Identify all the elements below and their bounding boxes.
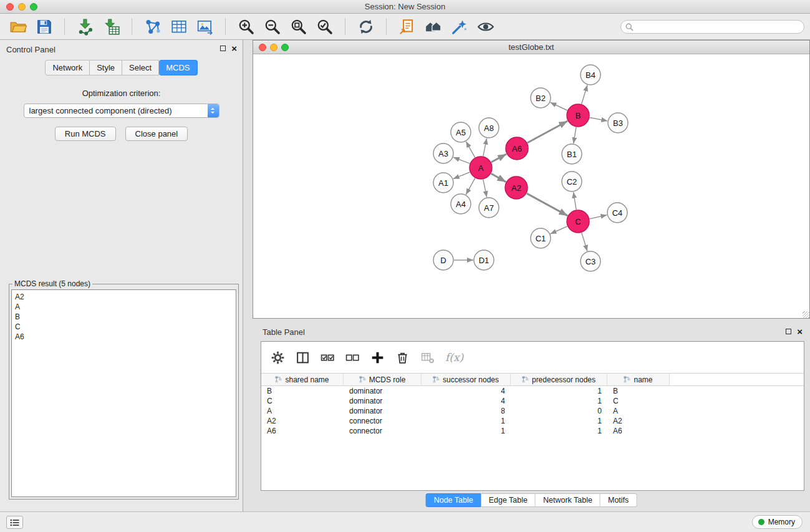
tab-network-table[interactable]: Network Table bbox=[536, 493, 600, 507]
attribute-icon bbox=[522, 376, 529, 383]
zoom-network-window-button[interactable] bbox=[281, 44, 289, 51]
search-input[interactable] bbox=[636, 22, 799, 31]
tab-style[interactable]: Style bbox=[90, 60, 122, 75]
tab-mcds[interactable]: MCDS bbox=[159, 60, 197, 75]
mcds-result-item[interactable]: A2 bbox=[15, 292, 236, 302]
refresh-icon[interactable] bbox=[355, 17, 376, 37]
graph-node-A4[interactable]: A4 bbox=[451, 194, 471, 214]
add-icon[interactable] bbox=[370, 351, 385, 365]
table-cell: connector bbox=[344, 426, 422, 436]
graph-node-C2[interactable]: C2 bbox=[562, 172, 582, 191]
table-row[interactable]: A2connector11A2 bbox=[261, 416, 804, 426]
network-window-title: testGlobe.txt bbox=[509, 42, 554, 52]
graph-node-A8[interactable]: A8 bbox=[479, 118, 499, 138]
criterion-dropdown[interactable]: largest connected component (directed) bbox=[24, 104, 219, 118]
style-wand-icon[interactable] bbox=[449, 17, 470, 37]
new-network-icon[interactable] bbox=[142, 17, 163, 37]
graph-node-A6[interactable]: A6 bbox=[506, 137, 528, 160]
minimize-network-window-button[interactable] bbox=[270, 44, 277, 51]
fullscreen-window-button[interactable] bbox=[30, 3, 37, 11]
graph-node-C3[interactable]: C3 bbox=[581, 251, 600, 271]
close-network-window-button[interactable] bbox=[259, 44, 266, 51]
mcds-result-item[interactable]: A bbox=[15, 302, 236, 312]
close-window-button[interactable] bbox=[6, 3, 14, 11]
table-row[interactable]: Bdominator41B bbox=[261, 386, 804, 396]
optimization-criterion-label: Optimization criterion: bbox=[0, 89, 243, 98]
table-cell: dominator bbox=[344, 396, 422, 406]
tab-select[interactable]: Select bbox=[122, 60, 159, 75]
zoom-out-icon[interactable] bbox=[262, 17, 282, 37]
tab-edge-table[interactable]: Edge Table bbox=[481, 493, 536, 507]
column-header-MCDS-role[interactable]: MCDS role bbox=[344, 374, 422, 385]
graph-node-A3[interactable]: A3 bbox=[433, 143, 453, 163]
nested-home-icon[interactable] bbox=[423, 17, 443, 37]
tab-network[interactable]: Network bbox=[45, 60, 90, 75]
float-panel-icon[interactable] bbox=[220, 46, 226, 51]
table-row[interactable]: Cdominator41C bbox=[261, 396, 804, 406]
column-browser-icon[interactable] bbox=[296, 351, 310, 365]
graph-node-B4[interactable]: B4 bbox=[581, 65, 600, 85]
graph-node-A5[interactable]: A5 bbox=[451, 122, 471, 142]
deselect-all-icon[interactable] bbox=[345, 351, 360, 365]
save-icon[interactable] bbox=[34, 17, 54, 37]
graph-node-A[interactable]: A bbox=[470, 157, 492, 179]
attribute-icon bbox=[624, 376, 630, 383]
zoom-in-icon[interactable] bbox=[236, 17, 256, 37]
import-table-icon[interactable] bbox=[101, 17, 122, 37]
zoom-fit-icon[interactable] bbox=[288, 17, 309, 37]
graph-node-C1[interactable]: C1 bbox=[531, 228, 551, 248]
graph-node-C4[interactable]: C4 bbox=[607, 203, 627, 223]
function-builder-icon[interactable]: f(x) bbox=[445, 351, 463, 364]
close-panel-button[interactable]: Close panel bbox=[125, 127, 188, 141]
select-all-icon[interactable] bbox=[321, 351, 335, 365]
import-network-icon[interactable] bbox=[75, 17, 95, 37]
graph-node-B2[interactable]: B2 bbox=[531, 88, 551, 108]
graph-node-D[interactable]: D bbox=[433, 250, 453, 270]
svg-text:B1: B1 bbox=[567, 150, 577, 159]
table-cell: 1 bbox=[511, 396, 607, 406]
minimize-window-button[interactable] bbox=[18, 3, 26, 11]
svg-text:B4: B4 bbox=[586, 70, 595, 80]
tab-node-table[interactable]: Node Table bbox=[426, 493, 481, 507]
graph-node-B1[interactable]: B1 bbox=[562, 144, 582, 164]
graph-node-B3[interactable]: B3 bbox=[608, 113, 628, 133]
mcds-result-item[interactable]: A6 bbox=[15, 332, 236, 342]
close-panel-icon[interactable]: × bbox=[231, 45, 237, 52]
neighbors-icon[interactable] bbox=[397, 17, 417, 37]
table-row[interactable]: Adominator80A bbox=[261, 406, 804, 416]
column-header-successor-nodes[interactable]: successor nodes bbox=[422, 374, 511, 385]
graph-node-B[interactable]: B bbox=[567, 104, 589, 127]
delete-icon[interactable] bbox=[395, 351, 410, 365]
export-image-icon[interactable] bbox=[195, 17, 215, 37]
delete-table-icon[interactable] bbox=[420, 351, 435, 365]
mcds-result-list[interactable]: A2ABCA6 bbox=[11, 289, 236, 497]
new-table-icon[interactable] bbox=[168, 17, 189, 37]
eye-icon[interactable] bbox=[475, 17, 496, 37]
column-header-name[interactable]: name bbox=[607, 374, 670, 385]
column-header-shared-name[interactable]: shared name bbox=[261, 374, 344, 385]
graph-node-C[interactable]: C bbox=[567, 210, 589, 233]
close-table-panel-icon[interactable]: × bbox=[797, 328, 803, 335]
main-toolbar bbox=[0, 14, 810, 40]
table-row[interactable]: A6connector11A6 bbox=[261, 426, 804, 436]
memory-button[interactable]: Memory bbox=[752, 515, 803, 529]
mcds-result-item[interactable]: C bbox=[15, 322, 236, 332]
resize-grip-icon[interactable] bbox=[803, 311, 809, 318]
zoom-selected-icon[interactable] bbox=[314, 17, 335, 37]
settings-icon[interactable] bbox=[271, 351, 285, 365]
graph-node-A2[interactable]: A2 bbox=[505, 177, 528, 199]
graph-node-D1[interactable]: D1 bbox=[474, 250, 494, 270]
search-box[interactable] bbox=[620, 20, 804, 34]
run-mcds-button[interactable]: Run MCDS bbox=[55, 127, 116, 141]
graph-node-A7[interactable]: A7 bbox=[479, 198, 499, 218]
tab-motifs[interactable]: Motifs bbox=[600, 493, 637, 507]
network-canvas[interactable]: B4B2BB3A5A8A6A3B1AC2A1A2A4A7C4CC1C3DD1 bbox=[253, 54, 809, 318]
graph-node-A1[interactable]: A1 bbox=[433, 173, 453, 193]
mcds-result-title: MCDS result (5 nodes) bbox=[12, 279, 92, 288]
column-header-label: name bbox=[634, 375, 652, 384]
open-icon[interactable] bbox=[7, 17, 28, 37]
mcds-result-item[interactable]: B bbox=[15, 312, 236, 322]
column-header-predecessor-nodes[interactable]: predecessor nodes bbox=[511, 374, 607, 385]
float-table-panel-icon[interactable] bbox=[786, 329, 791, 334]
task-history-icon[interactable] bbox=[6, 516, 23, 529]
